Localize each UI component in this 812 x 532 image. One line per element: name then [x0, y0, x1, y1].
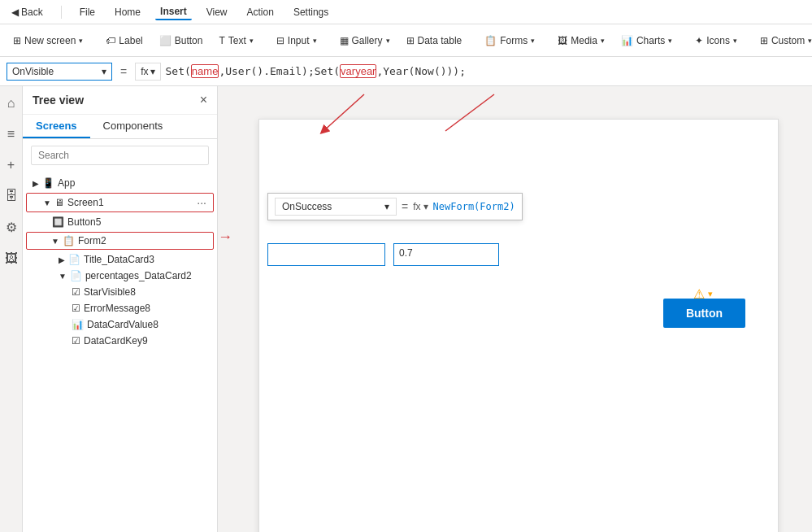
data-table-label: Data table — [418, 35, 462, 46]
button-tool[interactable]: ⬜ Button — [153, 32, 210, 50]
label-label: Label — [119, 35, 142, 46]
formula-selector[interactable]: OnVisible ▾ — [7, 63, 112, 81]
canvas-input-1[interactable] — [267, 243, 385, 266]
input-button[interactable]: ⊟ Input ▾ — [270, 32, 323, 50]
search-input[interactable] — [31, 146, 209, 165]
action-label: Action — [247, 7, 274, 18]
text-icon: T — [219, 35, 224, 46]
forms-label: Forms — [500, 35, 528, 46]
tree-item-form2-label: Form2 — [78, 235, 106, 246]
new-screen-icon: ⊞ — [13, 35, 21, 46]
sidebar-header: Tree view × — [23, 86, 217, 115]
nav-icon-media2[interactable]: 🖼 — [2, 248, 21, 269]
input-icon: ⊟ — [276, 35, 284, 46]
new-screen-chevron: ▾ — [79, 37, 83, 45]
forms-button[interactable]: 📋 Forms ▾ — [478, 32, 541, 50]
settings-label: Settings — [293, 7, 328, 18]
formula-selector-value: OnVisible — [12, 66, 54, 77]
canvas-input-2[interactable]: 0.7 — [393, 243, 499, 266]
form2-icon: 📋 — [63, 235, 75, 246]
nav-icon-data[interactable]: 🗄 — [2, 185, 21, 207]
popup-formula-text: NewForm(Form2) — [433, 201, 515, 212]
tree-item-datacardvalue8-label: DataCardValue8 — [87, 319, 158, 330]
app-icon: 📱 — [42, 177, 54, 189]
label-button[interactable]: 🏷 Label — [99, 32, 149, 50]
nav-sep-1 — [61, 6, 62, 19]
media-icon: 🖼 — [558, 35, 567, 46]
tree-item-starvisible8[interactable]: ☑ StarVisible8 — [23, 284, 217, 300]
button5-icon: 🔲 — [52, 216, 64, 228]
tree-item-starvisible8-label: StarVisible8 — [84, 286, 136, 298]
action-menu[interactable]: Action — [242, 5, 279, 20]
back-button[interactable]: ◀ Back — [7, 5, 48, 20]
view-menu[interactable]: View — [202, 5, 232, 20]
home-menu[interactable]: Home — [110, 5, 145, 20]
gallery-label: Gallery — [352, 35, 383, 46]
media-chevron: ▾ — [601, 37, 605, 45]
tree-item-form2[interactable]: ▼ 📋 Form2 — [26, 232, 214, 250]
icons-button[interactable]: ✦ Icons ▾ — [688, 32, 744, 50]
canvas-input-row: 0.7 — [267, 243, 499, 266]
tree-item-pct-dc2-label: percentages_DataCard2 — [85, 270, 192, 281]
text-button[interactable]: T Text ▾ — [212, 32, 259, 50]
data-table-button[interactable]: ⊞ Data table — [400, 32, 469, 50]
tree-item-errormessage8[interactable]: ☑ ErrorMessage8 — [23, 300, 217, 316]
title-dc3-icon: 📄 — [68, 254, 80, 265]
tree-item-datacardvalue8[interactable]: 📊 DataCardValue8 — [23, 316, 217, 333]
gallery-button[interactable]: ▦ Gallery ▾ — [333, 32, 397, 50]
tab-components[interactable]: Components — [90, 115, 176, 138]
tree-item-percentages-datacard2[interactable]: ▼ 📄 percentages_DataCard2 — [23, 268, 217, 284]
label-icon: 🏷 — [106, 35, 115, 46]
tree-item-app-label: App — [58, 177, 75, 189]
file-menu[interactable]: File — [75, 5, 100, 20]
charts-label: Charts — [636, 35, 665, 46]
text-label: Text — [228, 35, 246, 46]
custom-chevron: ▾ — [808, 37, 812, 45]
fx-label: fx — [141, 66, 148, 77]
formula-selector-chevron: ▾ — [102, 66, 106, 77]
formula-fx-button[interactable]: fx ▾ — [135, 63, 160, 81]
tree-item-screen1[interactable]: ▼ 🖥 Screen1 ··· — [26, 193, 214, 212]
popup-selector-chevron: ▾ — [384, 201, 389, 212]
tree-item-button5[interactable]: 🔲 Button5 — [23, 214, 217, 230]
file-label: File — [80, 7, 95, 18]
charts-button[interactable]: 📊 Charts ▾ — [614, 32, 679, 50]
tree-item-datacardkey9[interactable]: ☑ DataCardKey9 — [23, 333, 217, 349]
tree-item-errormessage8-label: ErrorMessage8 — [84, 303, 150, 314]
sidebar-close-button[interactable]: × — [200, 93, 207, 107]
nav-icon-plus[interactable]: + — [4, 155, 18, 176]
media-button[interactable]: 🖼 Media ▾ — [551, 32, 611, 50]
data-table-icon: ⊞ — [406, 35, 415, 46]
button-tool-icon: ⬜ — [159, 35, 172, 46]
canvas-button-label: Button — [686, 307, 723, 320]
custom-button[interactable]: ⊞ Custom ▾ — [753, 32, 812, 50]
tree-view: ▶ 📱 App ▼ 🖥 Screen1 ··· 🔲 Button5 ▼ 📋 Fo… — [23, 172, 217, 532]
form2-expand-icon: ▼ — [51, 237, 59, 246]
formula-eq: = — [117, 65, 130, 78]
starvisible8-icon: ☑ — [72, 286, 80, 298]
back-icon: ◀ — [11, 7, 19, 18]
tree-item-datacardkey9-label: DataCardKey9 — [84, 335, 148, 347]
text-chevron: ▾ — [250, 37, 254, 45]
input-chevron: ▾ — [313, 37, 317, 45]
nav-icon-variables[interactable]: ⚙ — [2, 216, 20, 238]
popup-fx[interactable]: fx ▾ — [413, 201, 428, 212]
charts-chevron: ▾ — [668, 37, 672, 45]
screen1-more-icon[interactable]: ··· — [197, 196, 206, 209]
icons-label: Icons — [706, 35, 730, 46]
nav-icon-layers[interactable]: ≡ — [4, 124, 18, 145]
insert-menu[interactable]: Insert — [155, 4, 192, 20]
tab-screens[interactable]: Screens — [23, 115, 90, 138]
canvas-area: current user current year ↑ ↑ → OnSucces… — [218, 86, 812, 532]
popup-fx-chevron: ▾ — [423, 201, 428, 212]
nav-icon-home[interactable]: ⌂ — [4, 93, 19, 114]
formula-input[interactable]: Set(name,User().Email);Set(varyear,Year(… — [166, 65, 805, 77]
tree-item-app[interactable]: ▶ 📱 App — [23, 175, 217, 191]
canvas-formula-popup: OnSuccess ▾ = fx ▾ NewForm(Form2) — [267, 193, 523, 220]
tree-item-title-datacard3[interactable]: ▶ 📄 Title_DataCard3 — [23, 251, 217, 268]
sidebar-tabs: Screens Components — [23, 115, 217, 139]
new-screen-button[interactable]: ⊞ New screen ▾ — [7, 32, 89, 50]
canvas-button[interactable]: Button — [663, 299, 745, 328]
settings-menu[interactable]: Settings — [289, 5, 333, 20]
popup-selector[interactable]: OnSuccess ▾ — [275, 198, 397, 216]
